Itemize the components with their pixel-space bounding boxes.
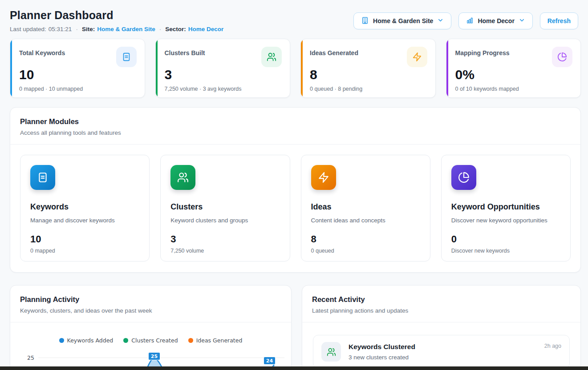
document-icon — [116, 47, 137, 67]
stat-subtext: 7,250 volume · 3 avg keywords — [165, 86, 282, 92]
module-description: Content ideas and concepts — [311, 217, 421, 224]
chevron-down-icon — [519, 17, 525, 25]
stat-value: 3 — [165, 67, 282, 82]
stat-subtext: 0 of 10 keywords mapped — [455, 86, 573, 92]
module-description: Manage and discover keywords — [30, 217, 140, 224]
sector-link[interactable]: Home Decor — [188, 26, 224, 32]
planning-activity-title: Planning Activity — [20, 295, 281, 304]
site-link[interactable]: Home & Garden Site — [97, 26, 155, 32]
refresh-button[interactable]: Refresh — [540, 12, 578, 29]
module-description: Keyword clusters and groups — [170, 217, 280, 224]
lightning-icon — [311, 165, 336, 190]
meta-separator: · — [159, 26, 162, 32]
bottom-row: Planning Activity Keywords, clusters, an… — [10, 285, 581, 370]
module-title: Keyword Opportunities — [451, 202, 561, 212]
page-header: Planner Dashboard Last updated: 05:31:21… — [10, 9, 581, 32]
legend-item-keywords-added[interactable]: Keywords Added — [59, 337, 114, 344]
chevron-down-icon — [437, 17, 444, 25]
legend-item-clusters-created[interactable]: Clusters Created — [123, 337, 178, 344]
module-title: Ideas — [311, 202, 421, 212]
planning-activity-header: Planning Activity Keywords, clusters, an… — [10, 286, 291, 322]
bar-chart-icon — [466, 16, 474, 25]
activity-item-timestamp: 2h ago — [544, 342, 561, 349]
module-subtext: 0 mapped — [30, 248, 140, 254]
meta-separator: · — [76, 26, 78, 32]
site-selector-dropdown[interactable]: Home & Garden Site — [353, 12, 451, 29]
recent-activity-panel: Recent Activity Latest planning actions … — [302, 285, 581, 370]
recent-activity-header: Recent Activity Latest planning actions … — [302, 286, 580, 322]
bottom-window-strip — [0, 366, 588, 370]
stat-value: 10 — [19, 67, 137, 82]
planner-modules-panel: Planner Modules Access all planning tool… — [10, 107, 581, 273]
users-icon — [321, 342, 341, 362]
activity-item-title: Keywords Clustered — [349, 343, 537, 351]
lightning-icon — [407, 47, 427, 67]
modules-subtitle: Access all planning tools and features — [20, 129, 571, 136]
stat-subtext: 0 mapped · 10 unmapped — [19, 86, 137, 92]
pie-chart-icon — [451, 165, 476, 190]
module-title: Keywords — [30, 202, 140, 212]
module-card-keywords[interactable]: Keywords Manage and discover keywords 10… — [20, 155, 150, 261]
stat-label: Mapping Progress — [455, 47, 510, 56]
building-icon — [361, 16, 369, 26]
data-point-label: 24 — [264, 357, 276, 365]
stat-label: Total Keywords — [19, 47, 65, 56]
site-meta: Site: Home & Garden Site — [82, 26, 155, 32]
stat-subtext: 0 queued · 8 pending — [310, 86, 427, 92]
stat-card-total-keywords: Total Keywords 10 0 mapped · 10 unmapped — [10, 39, 145, 98]
modules-title: Planner Modules — [20, 117, 571, 126]
stat-card-clusters-built: Clusters Built 3 7,250 volume · 3 avg ke… — [155, 39, 291, 98]
pie-chart-icon — [552, 47, 572, 67]
planner-dashboard-page: Planner Dashboard Last updated: 05:31:21… — [0, 0, 588, 370]
legend-dot-icon — [123, 338, 128, 343]
sector-selector-dropdown[interactable]: Home Decor — [458, 12, 532, 29]
stat-value: 8 — [310, 67, 427, 82]
activity-item-content: Keywords Clustered 3 new clusters create… — [349, 343, 537, 361]
sector-meta: Sector: Home Decor — [165, 26, 223, 32]
module-subtext: 7,250 volume — [170, 248, 280, 254]
planning-activity-subtitle: Keywords, clusters, and ideas over the p… — [20, 307, 281, 314]
module-value: 3 — [170, 233, 280, 245]
chart-legend: Keywords Added Clusters Created Ideas Ge… — [10, 337, 291, 344]
module-title: Clusters — [170, 202, 280, 212]
data-point-label: 25 — [148, 352, 160, 360]
planning-activity-panel: Planning Activity Keywords, clusters, an… — [10, 285, 292, 370]
recent-activity-list: Keywords Clustered 3 new clusters create… — [302, 322, 580, 370]
module-value: 10 — [30, 233, 140, 245]
legend-dot-icon — [59, 338, 64, 343]
module-subtext: 0 queued — [311, 248, 421, 254]
module-value: 8 — [311, 233, 421, 245]
users-icon — [261, 47, 282, 67]
module-card-clusters[interactable]: Clusters Keyword clusters and groups 3 7… — [160, 155, 290, 261]
stat-card-ideas-generated: Ideas Generated 8 0 queued · 8 pending — [300, 39, 436, 98]
header-controls: Home & Garden Site Home Decor Refresh — [353, 12, 578, 29]
document-icon — [30, 165, 55, 190]
legend-dot-icon — [188, 338, 193, 343]
recent-activity-title: Recent Activity — [312, 295, 571, 304]
module-card-keyword-opportunities[interactable]: Keyword Opportunities Discover new keywo… — [441, 155, 571, 261]
module-description: Discover new keyword opportunities — [451, 217, 561, 224]
stat-card-mapping-progress: Mapping Progress 0% 0 of 10 keywords map… — [446, 39, 581, 98]
activity-item-description: 3 new clusters created — [349, 354, 537, 361]
stat-label: Clusters Built — [165, 47, 205, 56]
users-icon — [170, 165, 195, 190]
stats-row: Total Keywords 10 0 mapped · 10 unmapped… — [10, 39, 581, 98]
legend-item-ideas-generated[interactable]: Ideas Generated — [188, 337, 243, 344]
stat-label: Ideas Generated — [310, 47, 358, 56]
recent-activity-subtitle: Latest planning actions and updates — [312, 307, 571, 314]
module-subtext: Discover new keywords — [451, 248, 561, 254]
stat-value: 0% — [455, 67, 573, 82]
modules-panel-header: Planner Modules Access all planning tool… — [10, 108, 580, 145]
last-updated: Last updated: 05:31:21 — [10, 26, 72, 32]
modules-grid: Keywords Manage and discover keywords 10… — [10, 145, 580, 272]
module-card-ideas[interactable]: Ideas Content ideas and concepts 8 0 que… — [301, 155, 430, 261]
activity-item-keywords-clustered[interactable]: Keywords Clustered 3 new clusters create… — [313, 335, 570, 369]
module-value: 0 — [451, 233, 561, 245]
